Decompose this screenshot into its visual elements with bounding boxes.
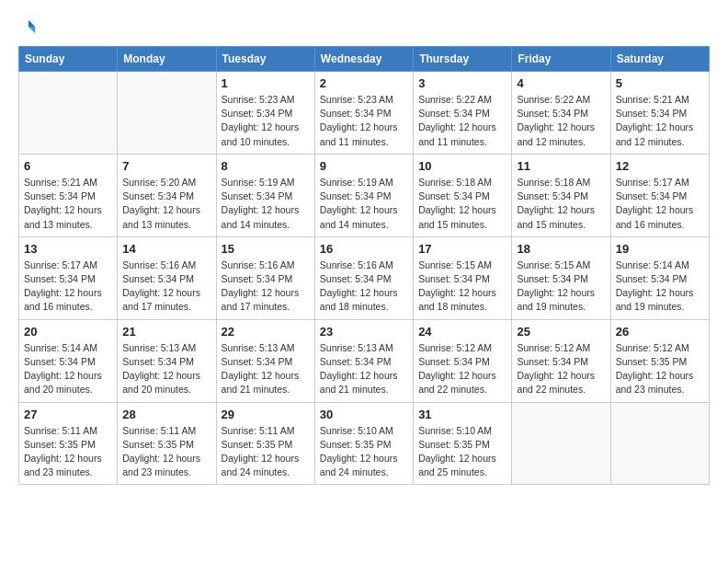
calendar-cell: 29Sunrise: 5:11 AM Sunset: 5:35 PM Dayli… bbox=[216, 402, 314, 485]
calendar-cell: 8Sunrise: 5:19 AM Sunset: 5:34 PM Daylig… bbox=[216, 154, 314, 236]
day-info: Sunrise: 5:10 AM Sunset: 5:35 PM Dayligh… bbox=[418, 424, 506, 480]
logo-icon bbox=[20, 18, 37, 35]
day-info: Sunrise: 5:16 AM Sunset: 5:34 PM Dayligh… bbox=[222, 259, 310, 315]
calendar-cell: 9Sunrise: 5:19 AM Sunset: 5:34 PM Daylig… bbox=[314, 154, 413, 236]
day-info: Sunrise: 5:14 AM Sunset: 5:34 PM Dayligh… bbox=[616, 259, 704, 315]
day-info: Sunrise: 5:15 AM Sunset: 5:34 PM Dayligh… bbox=[517, 259, 605, 315]
calendar-cell: 31Sunrise: 5:10 AM Sunset: 5:35 PM Dayli… bbox=[414, 402, 512, 485]
column-header-saturday: Saturday bbox=[610, 47, 709, 72]
day-number: 6 bbox=[24, 159, 112, 173]
calendar-cell: 21Sunrise: 5:13 AM Sunset: 5:34 PM Dayli… bbox=[118, 319, 216, 402]
day-number: 15 bbox=[222, 242, 310, 256]
calendar-cell: 24Sunrise: 5:12 AM Sunset: 5:34 PM Dayli… bbox=[414, 319, 512, 402]
day-number: 17 bbox=[418, 242, 506, 256]
day-number: 12 bbox=[616, 159, 704, 173]
calendar-cell: 27Sunrise: 5:11 AM Sunset: 5:35 PM Dayli… bbox=[19, 402, 118, 485]
day-number: 2 bbox=[320, 76, 408, 90]
day-info: Sunrise: 5:23 AM Sunset: 5:34 PM Dayligh… bbox=[222, 93, 310, 149]
day-number: 27 bbox=[24, 408, 112, 421]
day-info: Sunrise: 5:19 AM Sunset: 5:34 PM Dayligh… bbox=[222, 176, 310, 232]
calendar-cell: 25Sunrise: 5:12 AM Sunset: 5:34 PM Dayli… bbox=[512, 319, 610, 402]
day-info: Sunrise: 5:17 AM Sunset: 5:34 PM Dayligh… bbox=[24, 259, 112, 315]
day-info: Sunrise: 5:22 AM Sunset: 5:34 PM Dayligh… bbox=[517, 93, 605, 149]
calendar-cell bbox=[19, 72, 118, 155]
calendar-cell: 12Sunrise: 5:17 AM Sunset: 5:34 PM Dayli… bbox=[610, 154, 709, 236]
day-info: Sunrise: 5:14 AM Sunset: 5:34 PM Dayligh… bbox=[24, 341, 112, 397]
calendar-week-1: 1Sunrise: 5:23 AM Sunset: 5:34 PM Daylig… bbox=[19, 72, 710, 155]
day-info: Sunrise: 5:21 AM Sunset: 5:34 PM Dayligh… bbox=[24, 176, 112, 232]
day-info: Sunrise: 5:11 AM Sunset: 5:35 PM Dayligh… bbox=[222, 424, 310, 480]
calendar-week-5: 27Sunrise: 5:11 AM Sunset: 5:35 PM Dayli… bbox=[19, 402, 710, 485]
calendar-cell: 22Sunrise: 5:13 AM Sunset: 5:34 PM Dayli… bbox=[216, 319, 314, 402]
day-number: 29 bbox=[222, 408, 310, 421]
calendar-cell: 6Sunrise: 5:21 AM Sunset: 5:34 PM Daylig… bbox=[19, 154, 118, 236]
day-info: Sunrise: 5:21 AM Sunset: 5:34 PM Dayligh… bbox=[616, 93, 704, 149]
day-number: 22 bbox=[222, 325, 310, 339]
day-number: 8 bbox=[222, 159, 310, 173]
calendar-cell: 15Sunrise: 5:16 AM Sunset: 5:34 PM Dayli… bbox=[216, 236, 314, 319]
day-number: 23 bbox=[320, 325, 408, 339]
column-header-sunday: Sunday bbox=[19, 47, 118, 72]
calendar-cell: 2Sunrise: 5:23 AM Sunset: 5:34 PM Daylig… bbox=[314, 72, 413, 155]
calendar-cell: 17Sunrise: 5:15 AM Sunset: 5:34 PM Dayli… bbox=[414, 236, 512, 319]
day-number: 24 bbox=[418, 325, 506, 339]
calendar-cell: 18Sunrise: 5:15 AM Sunset: 5:34 PM Dayli… bbox=[512, 236, 610, 319]
calendar-cell bbox=[118, 72, 216, 155]
day-number: 14 bbox=[122, 242, 210, 256]
day-info: Sunrise: 5:18 AM Sunset: 5:34 PM Dayligh… bbox=[517, 176, 605, 232]
day-info: Sunrise: 5:17 AM Sunset: 5:34 PM Dayligh… bbox=[616, 176, 704, 232]
calendar-cell: 5Sunrise: 5:21 AM Sunset: 5:34 PM Daylig… bbox=[610, 72, 709, 155]
logo bbox=[18, 18, 37, 31]
day-info: Sunrise: 5:13 AM Sunset: 5:34 PM Dayligh… bbox=[222, 341, 310, 397]
day-number: 16 bbox=[320, 242, 408, 256]
day-info: Sunrise: 5:18 AM Sunset: 5:34 PM Dayligh… bbox=[418, 176, 506, 232]
calendar-cell bbox=[512, 402, 610, 485]
day-number: 20 bbox=[24, 325, 112, 339]
day-number: 10 bbox=[418, 159, 506, 173]
day-number: 26 bbox=[616, 325, 704, 339]
calendar-week-3: 13Sunrise: 5:17 AM Sunset: 5:34 PM Dayli… bbox=[19, 236, 710, 319]
page-header bbox=[18, 18, 710, 31]
column-header-thursday: Thursday bbox=[414, 47, 512, 72]
day-info: Sunrise: 5:11 AM Sunset: 5:35 PM Dayligh… bbox=[24, 424, 112, 480]
svg-marker-0 bbox=[28, 20, 35, 27]
day-number: 11 bbox=[517, 159, 605, 173]
day-info: Sunrise: 5:16 AM Sunset: 5:34 PM Dayligh… bbox=[320, 259, 408, 315]
calendar-cell: 30Sunrise: 5:10 AM Sunset: 5:35 PM Dayli… bbox=[314, 402, 413, 485]
day-number: 28 bbox=[122, 408, 210, 421]
calendar-cell: 20Sunrise: 5:14 AM Sunset: 5:34 PM Dayli… bbox=[19, 319, 118, 402]
svg-marker-1 bbox=[28, 27, 35, 33]
day-info: Sunrise: 5:13 AM Sunset: 5:34 PM Dayligh… bbox=[122, 341, 210, 397]
day-info: Sunrise: 5:15 AM Sunset: 5:34 PM Dayligh… bbox=[418, 259, 506, 315]
day-info: Sunrise: 5:20 AM Sunset: 5:34 PM Dayligh… bbox=[122, 176, 210, 232]
day-info: Sunrise: 5:12 AM Sunset: 5:35 PM Dayligh… bbox=[616, 341, 704, 397]
column-header-wednesday: Wednesday bbox=[314, 47, 413, 72]
day-info: Sunrise: 5:19 AM Sunset: 5:34 PM Dayligh… bbox=[320, 176, 408, 232]
calendar-cell: 1Sunrise: 5:23 AM Sunset: 5:34 PM Daylig… bbox=[216, 72, 314, 155]
day-info: Sunrise: 5:22 AM Sunset: 5:34 PM Dayligh… bbox=[418, 93, 506, 149]
day-info: Sunrise: 5:12 AM Sunset: 5:34 PM Dayligh… bbox=[517, 341, 605, 397]
day-number: 13 bbox=[24, 242, 112, 256]
calendar-week-4: 20Sunrise: 5:14 AM Sunset: 5:34 PM Dayli… bbox=[19, 319, 710, 402]
calendar-cell: 16Sunrise: 5:16 AM Sunset: 5:34 PM Dayli… bbox=[314, 236, 413, 319]
calendar-cell: 23Sunrise: 5:13 AM Sunset: 5:34 PM Dayli… bbox=[314, 319, 413, 402]
day-info: Sunrise: 5:11 AM Sunset: 5:35 PM Dayligh… bbox=[122, 424, 210, 480]
day-number: 5 bbox=[616, 76, 704, 90]
day-number: 30 bbox=[320, 408, 408, 421]
day-number: 21 bbox=[122, 325, 210, 339]
day-number: 18 bbox=[517, 242, 605, 256]
day-info: Sunrise: 5:12 AM Sunset: 5:34 PM Dayligh… bbox=[418, 341, 506, 397]
column-header-tuesday: Tuesday bbox=[216, 47, 314, 72]
day-number: 9 bbox=[320, 159, 408, 173]
calendar-cell: 26Sunrise: 5:12 AM Sunset: 5:35 PM Dayli… bbox=[610, 319, 709, 402]
column-header-friday: Friday bbox=[512, 47, 610, 72]
calendar-cell: 28Sunrise: 5:11 AM Sunset: 5:35 PM Dayli… bbox=[118, 402, 216, 485]
calendar-cell: 19Sunrise: 5:14 AM Sunset: 5:34 PM Dayli… bbox=[610, 236, 709, 319]
calendar-cell: 3Sunrise: 5:22 AM Sunset: 5:34 PM Daylig… bbox=[414, 72, 512, 155]
calendar-cell: 7Sunrise: 5:20 AM Sunset: 5:34 PM Daylig… bbox=[118, 154, 216, 236]
day-info: Sunrise: 5:13 AM Sunset: 5:34 PM Dayligh… bbox=[320, 341, 408, 397]
day-number: 1 bbox=[222, 76, 310, 90]
day-info: Sunrise: 5:16 AM Sunset: 5:34 PM Dayligh… bbox=[122, 259, 210, 315]
calendar-header-row: SundayMondayTuesdayWednesdayThursdayFrid… bbox=[19, 47, 710, 72]
day-number: 4 bbox=[517, 76, 605, 90]
